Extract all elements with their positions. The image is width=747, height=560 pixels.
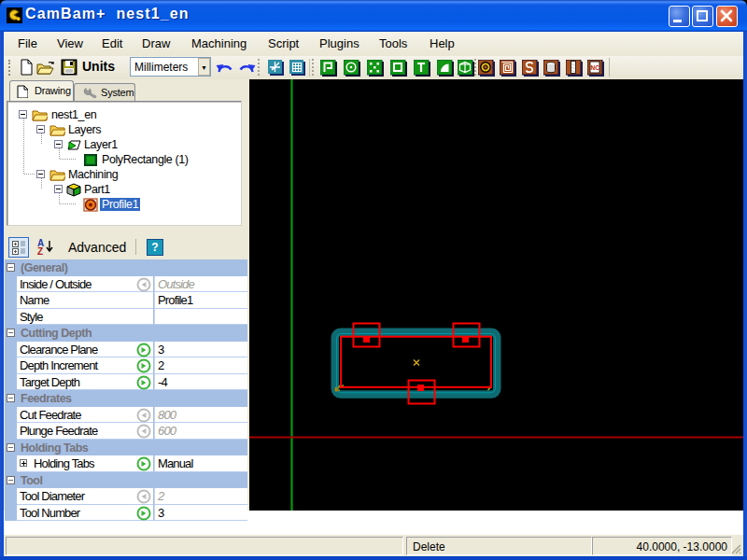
svg-text:NC: NC bbox=[591, 64, 600, 71]
